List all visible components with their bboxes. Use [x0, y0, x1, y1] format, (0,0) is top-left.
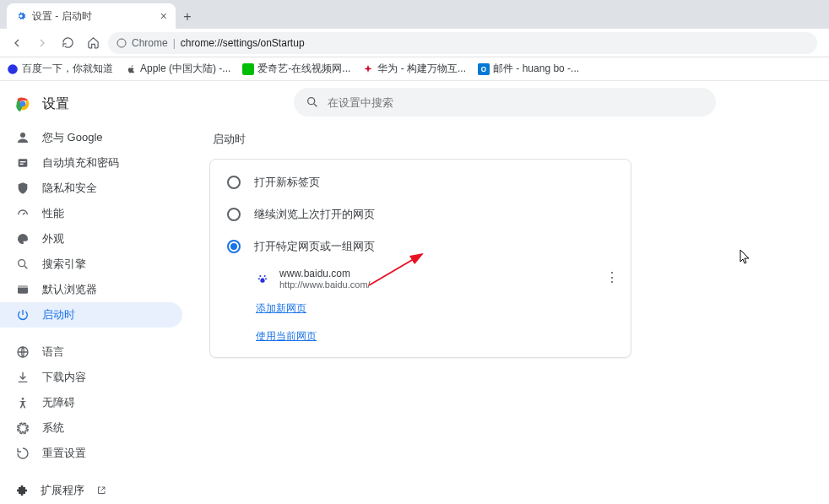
tab-title: 设置 - 启动时 — [32, 9, 155, 24]
sidebar-item-label: 性能 — [42, 206, 64, 221]
palette-icon — [15, 231, 30, 247]
bookmark-item[interactable]: 华为 - 构建万物互... — [362, 62, 466, 76]
bookmarks-bar: 百度一下，你就知道 Apple (中国大陆) -... 爱奇艺-在线视频网...… — [0, 57, 829, 81]
settings-page: 设置 您与 Google 自动填充和密码 隐私和安全 性能 外观 搜索引擎 — [0, 81, 829, 504]
option-label: 继续浏览上次打开的网页 — [254, 207, 375, 222]
startup-option-newtab[interactable]: 打开新标签页 — [210, 166, 631, 198]
sidebar-item-label: 搜索引擎 — [42, 257, 86, 272]
sidebar-item-label: 您与 Google — [42, 130, 103, 145]
settings-title: 设置 — [42, 95, 69, 113]
settings-search-input[interactable] — [328, 96, 704, 109]
section-title: 启动时 — [213, 132, 812, 147]
svg-point-0 — [117, 39, 126, 47]
more-actions-button[interactable]: ⋮ — [605, 269, 619, 285]
sidebar-item-reset[interactable]: 重置设置 — [0, 441, 182, 466]
option-label: 打开特定网页或一组网页 — [254, 239, 375, 254]
page-url: http://www.baidu.com/ — [279, 279, 614, 290]
settings-header: 设置 — [0, 89, 194, 125]
sidebar-item-label: 隐私和安全 — [42, 181, 97, 196]
bookmark-item[interactable]: 爱奇艺-在线视频网... — [242, 62, 350, 76]
browser-tab[interactable]: 设置 - 启动时 × — [7, 3, 176, 29]
sidebar-item-autofill[interactable]: 自动填充和密码 — [0, 150, 182, 176]
browser-icon — [15, 282, 30, 297]
settings-search[interactable] — [294, 88, 716, 117]
add-page-link-row: 添加新网页 — [210, 295, 631, 322]
power-icon — [15, 307, 30, 322]
svg-rect-2 — [242, 63, 254, 75]
mouse-cursor-icon — [740, 249, 751, 266]
search-icon — [306, 95, 319, 109]
back-button[interactable] — [7, 33, 27, 53]
use-current-link-row: 使用当前网页 — [210, 322, 631, 350]
reset-icon — [15, 446, 30, 461]
sidebar-item-extensions[interactable]: 扩展程序 — [0, 478, 194, 503]
radio-icon — [227, 208, 241, 221]
sidebar-item-label: 系统 — [42, 420, 64, 436]
download-icon — [15, 370, 30, 385]
startup-option-continue[interactable]: 继续浏览上次打开的网页 — [210, 198, 631, 230]
bookmark-item[interactable]: Apple (中国大陆) -... — [125, 62, 230, 76]
addr-scheme: Chrome — [132, 37, 168, 49]
bookmark-item[interactable]: O 邮件 - huang bo -... — [478, 62, 579, 76]
tab-bar: 设置 - 启动时 × + — [0, 0, 829, 29]
iqiyi-icon — [242, 63, 254, 75]
huawei-icon — [362, 63, 374, 75]
startup-page-row[interactable]: www.baidu.com http://www.baidu.com/ ⋮ — [210, 263, 631, 295]
page-name: www.baidu.com — [279, 268, 614, 279]
addr-path: chrome://settings/onStartup — [181, 37, 305, 49]
new-tab-button[interactable]: + — [176, 5, 199, 29]
sidebar-item-label: 下载内容 — [42, 370, 86, 385]
radio-icon — [227, 176, 241, 189]
browser-toolbar: Chrome | chrome://settings/onStartup — [0, 29, 829, 57]
baidu-favicon — [256, 272, 269, 285]
sidebar-item-label: 外观 — [42, 231, 64, 247]
info-icon — [116, 38, 127, 48]
svg-point-1 — [8, 64, 18, 74]
tab-close-icon[interactable]: × — [160, 9, 167, 23]
forward-button[interactable] — [32, 33, 52, 53]
baidu-icon — [7, 63, 19, 75]
sidebar-item-default-browser[interactable]: 默认浏览器 — [0, 277, 182, 302]
add-page-link[interactable]: 添加新网页 — [256, 302, 306, 314]
person-icon — [15, 130, 30, 145]
settings-icon — [15, 10, 27, 22]
svg-point-12 — [19, 260, 25, 267]
reload-button[interactable] — [57, 33, 78, 53]
settings-main: 启动时 打开新标签页 继续浏览上次打开的网页 打开特定网页或一组网页 www.b… — [194, 81, 829, 504]
svg-rect-10 — [20, 161, 26, 162]
sidebar-item-label: 自动填充和密码 — [42, 155, 119, 171]
apple-icon — [125, 63, 137, 75]
use-current-link[interactable]: 使用当前网页 — [256, 330, 317, 342]
home-button[interactable] — [83, 33, 103, 53]
chrome-icon — [14, 95, 32, 113]
svg-rect-11 — [20, 164, 24, 165]
address-bar[interactable]: Chrome | chrome://settings/onStartup — [108, 32, 817, 54]
sidebar-item-label: 语言 — [42, 344, 64, 360]
sidebar-item-performance[interactable]: 性能 — [0, 201, 182, 226]
sidebar-item-system[interactable]: 系统 — [0, 415, 182, 441]
accessibility-icon — [15, 395, 30, 410]
sidebar-item-on-startup[interactable]: 启动时 — [0, 302, 182, 328]
option-label: 打开新标签页 — [254, 175, 320, 190]
startup-option-specific[interactable]: 打开特定网页或一组网页 — [210, 230, 631, 263]
addr-divider: | — [173, 37, 176, 49]
shield-icon — [15, 181, 30, 196]
search-icon — [15, 257, 30, 272]
sidebar-item-label: 启动时 — [42, 307, 75, 322]
sidebar-item-languages[interactable]: 语言 — [0, 339, 182, 365]
sidebar-item-search-engine[interactable]: 搜索引擎 — [0, 252, 182, 277]
sidebar-item-privacy[interactable]: 隐私和安全 — [0, 176, 182, 201]
sidebar-item-label: 默认浏览器 — [42, 282, 97, 297]
svg-point-19 — [308, 98, 315, 105]
sidebar-item-label: 重置设置 — [42, 446, 86, 461]
bookmark-item[interactable]: 百度一下，你就知道 — [7, 62, 113, 76]
radio-icon — [227, 240, 241, 253]
sidebar-item-appearance[interactable]: 外观 — [0, 226, 182, 252]
globe-icon — [15, 344, 30, 360]
sidebar-item-downloads[interactable]: 下载内容 — [0, 365, 182, 390]
sidebar-item-accessibility[interactable]: 无障碍 — [0, 390, 182, 415]
outlook-icon: O — [478, 63, 490, 75]
sidebar-item-label: 扩展程序 — [41, 483, 84, 498]
sidebar-item-you-and-google[interactable]: 您与 Google — [0, 125, 182, 150]
svg-rect-14 — [18, 285, 28, 288]
